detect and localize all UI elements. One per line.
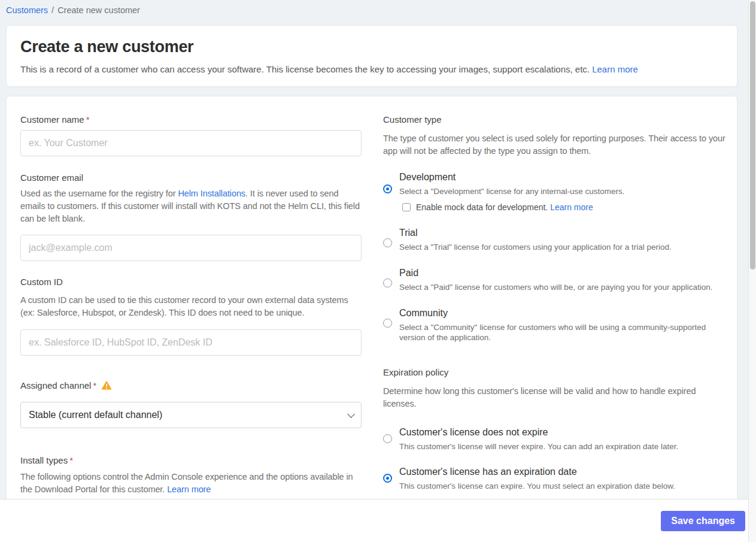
scrollbar-thumb[interactable] [750,1,755,270]
helm-installations-link[interactable]: Helm Installations [178,189,245,198]
mock-data-learn-more-link[interactable]: Learn more [550,202,593,212]
customer-email-field: Customer email Used as the username for … [20,172,362,261]
install-types-label: Install types* [20,455,362,465]
warning-triangle-icon [101,381,112,392]
paid-description: Select a "Paid" license for customers wh… [399,282,725,292]
customer-name-input[interactable] [20,130,362,156]
development-title: Development [399,172,725,183]
form-right-column: Customer type The type of customer you s… [383,114,725,491]
customer-form-card: Customer name* Customer email Used as th… [6,96,737,515]
custom-id-description: A custom ID can be used to tie this cust… [20,294,362,319]
breadcrumb-link-customers[interactable]: Customers [6,5,48,15]
assigned-channel-label: Assigned channel* [20,380,362,392]
customer-email-description: Used as the username for the registry fo… [20,187,362,225]
customer-type-label: Customer type [383,114,725,125]
install-types-field: Install types* The following options con… [20,455,362,496]
save-changes-button[interactable]: Save changes [661,511,745,531]
has-date-description: This customer's license can expire. You … [399,481,725,491]
install-types-required-asterisk: * [69,455,73,465]
customer-name-field: Customer name* [20,114,362,156]
custom-id-input[interactable] [20,329,362,356]
install-types-description: The following options control the Admin … [20,471,362,496]
assigned-channel-select[interactable]: Stable (current default channel) [20,402,362,428]
no-expire-description: This customer's license will never expir… [399,441,725,452]
page-description-text: This is a record of a customer who can a… [20,64,590,74]
trial-description: Select a "Trial" license for customers u… [399,242,725,252]
paid-radio[interactable] [383,278,392,287]
customer-type-option-paid: Paid Select a "Paid" license for custome… [383,268,725,292]
install-types-learn-more-link[interactable]: Learn more [167,485,211,494]
breadcrumb: Customers/Create new customer [6,5,140,15]
expiration-option-no-expire: Customer's license does not expire This … [383,427,725,452]
development-description: Select a "Development" license for any i… [399,186,725,196]
trial-radio[interactable] [383,238,392,247]
customer-name-label-text: Customer name [20,114,84,125]
form-left-column: Customer name* Customer email Used as th… [20,114,362,496]
form-footer-bar: Save changes [0,499,748,542]
install-types-label-text: Install types [20,455,68,465]
customer-type-option-trial: Trial Select a "Trial" license for custo… [383,228,725,252]
customer-email-input[interactable] [20,235,362,261]
page-description: This is a record of a customer who can a… [20,64,723,74]
assigned-channel-selected-option: Stable (current default channel) [29,410,162,420]
custom-id-field: Custom ID A custom ID can be used to tie… [20,277,362,356]
assigned-channel-required-asterisk: * [93,380,96,390]
has-date-radio[interactable] [383,474,392,483]
has-date-title: Customer's license has an expiration dat… [399,467,725,477]
page-scrollbar[interactable] [748,0,756,542]
assigned-channel-field: Assigned channel* Stable (current defaul… [20,380,362,428]
page-header-card: Create a new customer This is a record o… [6,25,737,87]
breadcrumb-separator: / [51,5,54,15]
customer-name-required-asterisk: * [86,114,90,125]
customer-email-desc-text-1: Used as the username for the registry fo… [20,189,178,198]
header-learn-more-link[interactable]: Learn more [592,64,638,74]
community-description: Select a "Community" license for custome… [399,322,725,343]
trial-title: Trial [399,228,725,238]
create-customer-page: Customers/Create new customer Create a n… [0,0,756,542]
expiration-option-has-date: Customer's license has an expiration dat… [383,467,725,491]
customer-type-option-development: Development Select a "Development" licen… [383,172,725,212]
no-expire-radio[interactable] [383,434,392,443]
breadcrumb-current: Create new customer [57,5,140,15]
paid-title: Paid [399,268,725,278]
customer-type-option-community: Community Select a "Community" license f… [383,308,725,343]
development-radio[interactable] [383,184,392,193]
community-title: Community [399,308,725,319]
chevron-down-icon [347,410,355,418]
mock-data-label: Enable mock data for development. [416,202,548,212]
mock-data-checkbox[interactable] [402,203,411,211]
no-expire-title: Customer's license does not expire [399,427,725,438]
assigned-channel-label-text: Assigned channel [20,380,91,390]
customer-type-description: The type of customer you select is used … [383,132,725,158]
page-title: Create a new customer [20,38,723,56]
custom-id-label: Custom ID [20,277,362,287]
customer-email-label: Customer email [20,172,362,183]
community-radio[interactable] [383,319,392,328]
expiration-policy-label: Expiration policy [383,367,725,377]
mock-data-row: Enable mock data for development. Learn … [402,202,725,212]
customer-name-label: Customer name* [20,114,362,125]
expiration-policy-description: Determine how long this customer's licen… [383,385,725,410]
